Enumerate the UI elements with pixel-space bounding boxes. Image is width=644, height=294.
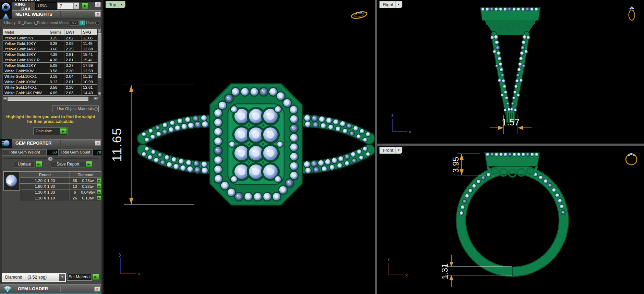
- save-report-button[interactable]: Save Report: [51, 161, 85, 168]
- scroll-right-icon[interactable]: ▶: [94, 97, 98, 100]
- gem-row[interactable]: 1.20 X 1.20360.23tw▶: [20, 178, 101, 184]
- metal-weights-header[interactable]: METAL WEIGHTS: [12, 10, 101, 19]
- col-round: Round: [20, 172, 70, 178]
- gem-reporter-title: GEM REPORTER: [15, 140, 51, 146]
- scroll-left-icon[interactable]: ◀: [3, 97, 7, 100]
- library-label: Library: 01_Swara_Environment-Metal: [4, 21, 69, 25]
- close-icon[interactable]: ✕: [94, 286, 100, 292]
- calculate-button[interactable]: Calculate ▶: [33, 127, 68, 135]
- metal-row[interactable]: Yellow Gold:22KY5.083.2717.89: [3, 63, 98, 68]
- info-button[interactable]: I: [79, 20, 85, 26]
- metal-row[interactable]: White Gold:14KX13.582.3012.61: [3, 85, 98, 90]
- chevron-down-icon[interactable]: ▼: [59, 274, 65, 281]
- user-label: User: [86, 21, 94, 25]
- library-row: Library: 01_Swara_Environment-Metal GV I…: [0, 19, 101, 27]
- total-gem-count-value: 78: [93, 149, 102, 156]
- set-material-button[interactable]: Set Material: [67, 274, 92, 281]
- dimension-width-label: 1.57: [502, 117, 520, 127]
- viewport-front-view[interactable]: 3.95 1.31 z x Front ▼: [377, 146, 644, 294]
- run-ring-button[interactable]: ▶: [82, 2, 88, 9]
- gem-row-apply-button[interactable]: ▶: [97, 184, 101, 189]
- metal-weights-title: METAL WEIGHTS: [15, 12, 52, 17]
- col-dwt: DWT: [64, 29, 82, 36]
- col-metal: Metal: [3, 29, 48, 36]
- top-view-canvas[interactable]: 11.65 y x: [104, 0, 375, 294]
- close-icon[interactable]: ✕: [95, 140, 101, 146]
- col-grams: Grams: [48, 29, 64, 36]
- gem-row-apply-button[interactable]: ▶: [97, 178, 101, 183]
- region-field[interactable]: USA: [35, 2, 57, 10]
- jewelry-cad-app: PROJECTS RING RAIL USA 7 ▼ ▶ ✕ METAL WEI…: [0, 0, 644, 294]
- viewport-divider-vertical[interactable]: [375, 0, 377, 294]
- use-object-materials-select[interactable]: Use Object Materials: [52, 106, 99, 112]
- close-icon[interactable]: ✕: [95, 12, 101, 17]
- viewport-tab-front[interactable]: Front ▼: [379, 147, 402, 154]
- dimension-height-label: 11.65: [110, 127, 124, 162]
- metal-weights-table: Metal Grams DWT SPG Yellow Gold:9KY3.152…: [3, 29, 98, 96]
- gem-report-table: Round Diamond 1.20 X 1.20360.23tw▶ 1.80 …: [20, 171, 101, 201]
- close-icon[interactable]: ✕: [95, 2, 101, 7]
- metal-row[interactable]: White Gold:10KW3.122.0110.99: [3, 79, 98, 85]
- viewport-tab-label: Front: [383, 148, 393, 153]
- gv-button[interactable]: GV: [70, 20, 79, 26]
- gem-row[interactable]: 1.80 X 1.80100.22tw▶: [20, 184, 101, 189]
- header-divider: [60, 286, 61, 292]
- viewport-right-view[interactable]: 1.57 z y Right ▼: [377, 0, 644, 144]
- viewport-tab-label: Top: [109, 2, 116, 7]
- ring-size-select[interactable]: 7 ▼: [57, 2, 79, 9]
- metal-row[interactable]: White Gold:9KW3.582.3012.59: [3, 68, 98, 74]
- metal-table-header: Metal Grams DWT SPG: [3, 29, 98, 36]
- gem-row[interactable]: 1.30 X 1.3060.049tw▶: [20, 189, 101, 195]
- metal-row[interactable]: White Gold:10KX13.182.0411.18: [3, 74, 98, 79]
- chevron-down-icon[interactable]: ▼: [73, 3, 79, 9]
- axis-x-label: x: [405, 272, 408, 278]
- gem-reporter-header[interactable]: GEM REPORTER: [12, 139, 101, 147]
- gem-thumbnail[interactable]: [3, 171, 20, 191]
- right-view-canvas[interactable]: 1.57 z y: [377, 0, 644, 144]
- hscroll-thumb[interactable]: [8, 97, 88, 101]
- viewport-tab-top[interactable]: Top ▼: [106, 1, 125, 8]
- header-divider: [60, 140, 61, 146]
- ring-size-value: 7: [60, 3, 62, 9]
- total-gem-weight-label: Total Gem Weight: [2, 149, 47, 156]
- ring-tool-icon[interactable]: [1, 3, 10, 12]
- gem-reporter-icon-box: [0, 139, 12, 148]
- use-object-materials-label: Use Object Materials: [57, 107, 94, 111]
- ring-panel-title: RING: [14, 2, 26, 7]
- gem-row[interactable]: 1.10 X 1.10260.13tw▶: [20, 195, 101, 201]
- viewport-tab-label: Right: [383, 2, 393, 7]
- scroll-down-icon[interactable]: ▼: [98, 92, 101, 96]
- gem-row-apply-button[interactable]: ▶: [97, 190, 101, 195]
- material-name: Diamond: [5, 275, 22, 280]
- select-knob-icon[interactable]: [94, 107, 98, 111]
- metal-row[interactable]: Yellow Gold:18KY4.382.8115.41: [3, 52, 98, 57]
- metal-row[interactable]: Yellow Gold:18KY R...4.382.8115.41: [3, 57, 98, 63]
- col-diamond: Diamond: [70, 172, 101, 178]
- metal-row[interactable]: Yellow Gold:9KY3.152.0211.08: [3, 35, 98, 41]
- scroll-up-icon[interactable]: ▲: [98, 29, 101, 33]
- axis-z-label: z: [388, 257, 390, 261]
- gem-loader-header[interactable]: GEM LOADER ✕: [0, 284, 101, 293]
- user-radio[interactable]: [95, 21, 99, 25]
- metal-row[interactable]: White Gold:14K PdW4.092.6314.40: [3, 90, 98, 96]
- dimension-shank-thickness-label: 1.31: [440, 264, 449, 280]
- update-button[interactable]: Update: [14, 161, 35, 168]
- viewport-top-view[interactable]: 11.65 y x Top ▼: [104, 0, 375, 294]
- chevron-down-icon[interactable]: ▼: [396, 1, 401, 8]
- save-report-play-icon[interactable]: ▶: [85, 161, 92, 167]
- set-material-play-icon[interactable]: ▶: [92, 274, 99, 280]
- chevron-down-icon[interactable]: ▼: [396, 147, 401, 154]
- play-icon[interactable]: ▶: [60, 128, 67, 134]
- hint-line-2: for then press calculate.: [0, 119, 101, 124]
- front-view-canvas[interactable]: 3.95 1.31 z x: [377, 146, 644, 294]
- calculate-label: Calculate: [36, 129, 52, 133]
- gem-row-apply-button[interactable]: ▶: [97, 196, 101, 200]
- material-select[interactable]: Diamond (3.52 spg) ▼: [2, 273, 66, 282]
- metal-row[interactable]: Yellow Gold:14KY3.662.3512.88: [3, 46, 98, 52]
- viewport-tab-right[interactable]: Right ▼: [379, 1, 402, 8]
- chevron-down-icon[interactable]: ▼: [119, 1, 124, 8]
- metal-table-hscrollbar[interactable]: ◀ ▶: [3, 96, 98, 101]
- update-play-icon[interactable]: ▶: [35, 161, 42, 167]
- metal-row[interactable]: Yellow Gold:10KY3.252.0911.45: [3, 41, 98, 46]
- hint-line-1: Highlight the item you want to find the …: [0, 114, 101, 119]
